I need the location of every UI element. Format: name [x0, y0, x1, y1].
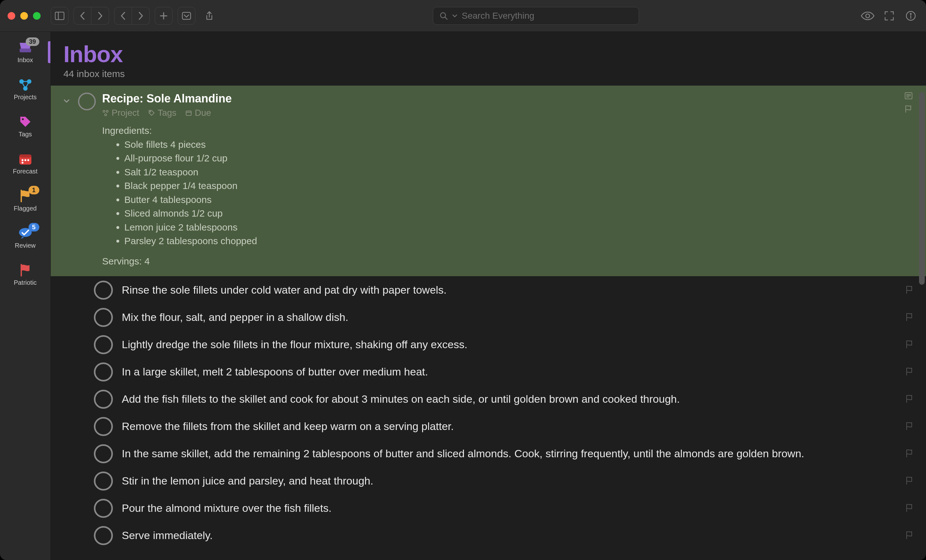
review-badge: 5 [29, 223, 39, 232]
svg-point-18 [22, 118, 24, 120]
close-window[interactable] [8, 12, 15, 20]
perspective-tags[interactable]: Tags [0, 112, 50, 141]
flag-toggle[interactable] [905, 531, 913, 540]
svg-line-6 [445, 17, 447, 19]
task-row[interactable]: Pour the almond mixture over the fish fi… [51, 494, 926, 522]
task-row[interactable]: Serve immediately. [51, 522, 926, 549]
svg-point-23 [27, 159, 29, 161]
task-row[interactable]: Rinse the sole fillets under cold water … [51, 276, 926, 303]
flag-toggle[interactable] [905, 312, 913, 322]
new-item-button[interactable] [155, 7, 172, 25]
ingredient-item: Black pepper 1/4 teaspoon [124, 179, 898, 193]
status-circle[interactable] [94, 390, 113, 409]
perspective-forecast[interactable]: Forecast [0, 149, 50, 177]
flag-toggle[interactable] [905, 449, 913, 458]
task-title: In the same skillet, add the remaining 2… [122, 447, 896, 460]
tag-icon [18, 115, 32, 129]
status-circle[interactable] [94, 281, 113, 300]
perspective-patriotic[interactable]: Patriotic [0, 261, 50, 289]
ingredient-item: Lemon juice 2 tablespoons [124, 220, 898, 235]
flag-red-icon [18, 263, 32, 277]
status-circle[interactable] [94, 526, 113, 545]
disclosure-triangle[interactable] [62, 97, 72, 268]
flag-toggle[interactable] [905, 394, 913, 404]
task-title: Remove the fillets from the skillet and … [122, 420, 896, 433]
share-button[interactable] [200, 7, 218, 25]
task-title: Mix the flour, salt, and pepper in a sha… [122, 311, 896, 324]
flag-toggle[interactable] [905, 367, 913, 376]
task-title: Pour the almond mixture over the fish fi… [122, 502, 896, 515]
svg-rect-4 [182, 12, 191, 19]
task-note[interactable]: Ingredients: Sole fillets 4 pieces All-p… [102, 124, 898, 268]
zoom-window[interactable] [33, 12, 41, 20]
perspective-sidebar: 39 Inbox Projects Tags Fore [0, 32, 51, 560]
scrollbar-thumb[interactable] [919, 92, 925, 285]
search-input[interactable] [462, 11, 632, 21]
sidebar-back-button[interactable] [74, 7, 91, 25]
sidebar-nav-group [74, 7, 109, 25]
perspective-projects[interactable]: Projects [0, 75, 50, 103]
flag-toggle[interactable] [905, 503, 913, 513]
perspective-label: Patriotic [14, 279, 36, 286]
focus-mode-button[interactable] [882, 8, 897, 23]
flag-toggle[interactable] [905, 285, 913, 295]
perspective-inbox[interactable]: 39 Inbox [0, 38, 50, 66]
calendar-icon [18, 152, 32, 166]
page-subtitle: 44 inbox items [64, 68, 913, 79]
task-list: Recipe: Sole Almandine Project Tags [51, 86, 926, 560]
ingredient-item: Salt 1/2 teaspoon [124, 165, 898, 179]
status-circle[interactable] [94, 308, 113, 327]
task-row[interactable]: Add the fish fillets to the skillet and … [51, 385, 926, 413]
status-circle[interactable] [94, 499, 113, 518]
sidebar-forward-button[interactable] [91, 7, 109, 25]
task-row[interactable]: Remove the fillets from the skillet and … [51, 413, 926, 440]
task-row-selected[interactable]: Recipe: Sole Almandine Project Tags [51, 86, 926, 276]
task-row[interactable]: Lightly dredge the sole fillets in the f… [51, 331, 926, 358]
calendar-icon [185, 109, 192, 117]
status-circle[interactable] [94, 335, 113, 354]
status-circle[interactable] [94, 472, 113, 490]
flag-toggle[interactable] [905, 476, 913, 486]
flag-toggle[interactable] [905, 340, 913, 349]
search-box[interactable] [433, 7, 639, 25]
status-circle[interactable] [94, 362, 113, 381]
task-row[interactable]: In the same skillet, add the remaining 2… [51, 440, 926, 467]
note-header: Ingredients: [102, 124, 898, 138]
tags-field[interactable]: Tags [148, 108, 176, 118]
view-options-button[interactable] [860, 8, 875, 23]
svg-rect-20 [19, 154, 32, 157]
inbox-icon: 39 [18, 41, 32, 54]
perspective-review[interactable]: 5 Review [0, 224, 50, 252]
minimize-window[interactable] [20, 12, 28, 20]
svg-rect-30 [186, 111, 191, 115]
tag-icon [148, 109, 155, 117]
task-row[interactable]: Stir in the lemon juice and parsley, and… [51, 467, 926, 494]
task-title[interactable]: Recipe: Sole Almandine [102, 92, 898, 105]
inspector-button[interactable] [903, 8, 918, 23]
task-row[interactable]: In a large skillet, melt 2 tablespoons o… [51, 358, 926, 385]
perspective-label: Flagged [14, 205, 36, 212]
flag-icon: 1 [18, 189, 32, 203]
svg-rect-0 [55, 12, 64, 20]
status-circle[interactable] [94, 417, 113, 436]
task-metadata: Project Tags Due [102, 108, 898, 118]
task-title: Lightly dredge the sole fillets in the f… [122, 338, 896, 351]
perspective-flagged[interactable]: 1 Flagged [0, 186, 50, 215]
status-circle[interactable] [78, 92, 96, 110]
content-forward-button[interactable] [132, 7, 150, 25]
project-field[interactable]: Project [102, 108, 139, 118]
ingredients-list: Sole fillets 4 pieces All-purpose flour … [124, 138, 898, 248]
perspective-label: Inbox [17, 56, 33, 64]
quick-entry-button[interactable] [178, 7, 195, 25]
content-back-button[interactable] [114, 7, 132, 25]
toggle-sidebar-button[interactable] [51, 7, 68, 25]
servings-line: Servings: 4 [102, 254, 898, 268]
svg-rect-11 [20, 48, 31, 52]
flag-toggle[interactable] [905, 104, 913, 114]
titlebar [0, 0, 926, 32]
flag-toggle[interactable] [905, 421, 913, 431]
note-indicator-icon[interactable] [905, 92, 913, 101]
task-row[interactable]: Mix the flour, salt, and pepper in a sha… [51, 303, 926, 331]
status-circle[interactable] [94, 444, 113, 463]
due-field[interactable]: Due [185, 108, 211, 118]
